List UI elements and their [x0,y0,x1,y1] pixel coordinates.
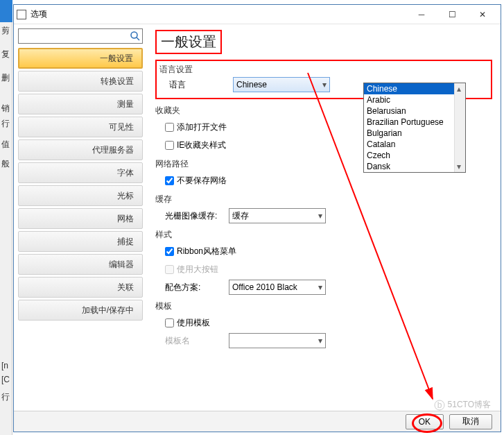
sidebar-item-font[interactable]: 字体 [18,162,143,183]
add-open-file-checkbox[interactable]: 添加打开文件 [165,121,227,133]
strip-text: 行 [1,391,10,403]
big-buttons-checkbox: 使用大按钮 [165,264,218,275]
strip-text: 删 [1,72,10,84]
language-option[interactable]: Chinese [364,83,465,94]
strip-text: 值 [1,139,10,151]
language-option[interactable]: Dansk [364,161,465,172]
sidebar-item-assoc[interactable]: 关联 [18,277,143,298]
close-button[interactable]: ✕ [467,5,498,24]
group-title-style: 样式 [155,229,492,241]
language-option[interactable]: Arabic [364,94,465,105]
sidebar-item-snap[interactable]: 捕捉 [18,231,143,252]
sidebar-item-cursor[interactable]: 光标 [18,185,143,206]
ie-favorites-checkbox[interactable]: IE收藏夹样式 [165,139,226,151]
sidebar-item-label: 可见性 [109,121,134,133]
group-title-template: 模板 [155,300,492,312]
template-name-label: 模板名 [165,335,229,347]
svg-point-0 [131,32,137,38]
raster-cache-dropdown[interactable]: 缓存 [229,208,326,223]
raster-cache-label: 光栅图像缓存: [165,210,229,222]
sidebar-item-visibility[interactable]: 可见性 [18,117,143,137]
app-left-strip: 剪 复 删 销 行 值 般 [n [C 行 [0,0,12,435]
sidebar-item-loadsave[interactable]: 加载中/保存中 [18,300,143,321]
strip-text: 行 [1,118,10,130]
page-title: 一般设置 [155,30,222,54]
watermark-icon: b [434,400,445,411]
strip-text: [n [1,361,8,370]
sidebar-item-label: 捕捉 [117,236,134,248]
strip-text: [C [1,375,10,384]
sidebar-item-label: 代理服务器 [92,144,134,156]
search-icon[interactable] [130,31,141,42]
window-icon [17,10,26,19]
sidebar-item-label: 加载中/保存中 [82,305,134,316]
search-input[interactable] [18,28,143,44]
sidebar-item-convert[interactable]: 转换设置 [18,71,143,92]
content-panel: 一般设置 语言设置 语言 Chinese 收藏夹 添加打开文件 IE收藏夹样式 … [147,24,501,409]
watermark: b 51CTO博客 [434,399,491,411]
sidebar-item-label: 一般设置 [100,53,133,65]
language-option[interactable]: Belarusian [364,105,465,117]
template-group: 模板 使用模板 模板名 [155,300,492,348]
group-title-cache: 缓存 [155,194,492,205]
no-save-network-checkbox[interactable]: 不要保存网络 [165,175,227,187]
strip-text: 销 [1,103,10,114]
window-title: 选项 [31,8,406,20]
svg-text:b: b [437,400,442,410]
sidebar-item-label: 测量 [117,99,134,110]
sidebar: 一般设置 转换设置 测量 可见性 代理服务器 字体 光标 网格 捕捉 编辑器 关… [14,24,147,409]
language-option[interactable]: Catalan [364,139,465,150]
color-scheme-label: 配色方案: [165,282,229,293]
strip-text: 复 [1,49,10,60]
style-group: 样式 Ribbon风格菜单 使用大按钮 配色方案: Office 2010 Bl… [155,229,492,295]
language-option[interactable]: Brazilian Portuguese [364,117,465,128]
titlebar: 选项 ─ ☐ ✕ [14,5,501,24]
sidebar-nav: 一般设置 转换设置 测量 可见性 代理服务器 字体 光标 网格 捕捉 编辑器 关… [18,48,143,323]
strip-text: 般 [1,158,10,170]
language-option[interactable]: Bulgarian [364,128,465,139]
sidebar-item-label: 光标 [117,190,134,202]
dropdown-scrollbar[interactable] [454,83,465,172]
left-strip-blue [0,0,12,22]
sidebar-item-label: 字体 [117,167,134,179]
maximize-button[interactable]: ☐ [437,5,467,24]
sidebar-item-label: 转换设置 [101,76,134,87]
ok-button[interactable]: OK [406,414,444,429]
use-template-checkbox[interactable]: 使用模板 [165,317,210,329]
language-label: 语言 [169,79,233,91]
sidebar-item-proxy[interactable]: 代理服务器 [18,139,143,160]
sidebar-item-measure[interactable]: 测量 [18,94,143,114]
language-dropdown-list[interactable]: Chinese Arabic Belarusian Brazilian Port… [363,83,466,173]
sidebar-item-label: 网格 [117,213,134,225]
language-dropdown[interactable]: Chinese [233,77,330,92]
sidebar-item-label: 编辑器 [109,259,134,271]
footer: OK 取消 [14,411,501,432]
color-scheme-dropdown[interactable]: Office 2010 Black [229,280,326,295]
strip-text: 剪 [1,25,10,37]
cancel-button[interactable]: 取消 [449,414,492,429]
svg-line-1 [137,37,139,40]
options-window: 选项 ─ ☐ ✕ 一般设置 转换设置 测量 可见性 代理服务器 字体 光标 网格… [13,4,501,432]
sidebar-item-general[interactable]: 一般设置 [18,48,143,69]
sidebar-item-label: 关联 [117,282,134,293]
group-title-language: 语言设置 [159,64,488,76]
ribbon-menu-checkbox[interactable]: Ribbon风格菜单 [165,246,236,257]
sidebar-item-grid[interactable]: 网格 [18,208,143,229]
sidebar-item-editor[interactable]: 编辑器 [18,254,143,275]
language-option[interactable]: Czech [364,150,465,161]
cache-group: 缓存 光栅图像缓存: 缓存 [155,194,492,223]
minimize-button[interactable]: ─ [406,5,437,24]
template-name-dropdown [229,333,326,348]
